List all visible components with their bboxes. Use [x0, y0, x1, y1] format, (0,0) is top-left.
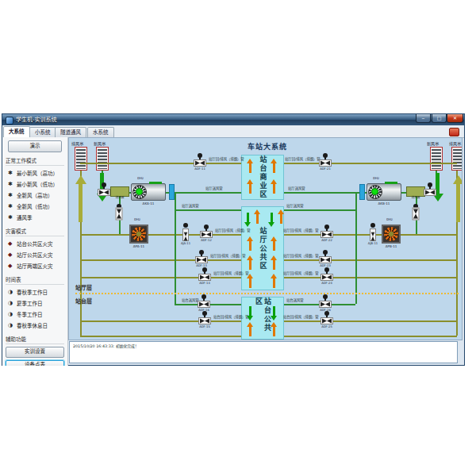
damper-tag: ADF-14 — [198, 282, 213, 285]
sidebar-item-platform-fire[interactable]: ◆站台公共区火灾 — [2, 238, 67, 249]
sidebar-item-label: 最小新风（低功） — [17, 180, 58, 188]
duct-line — [80, 259, 241, 261]
exhaust-shaft-louver — [75, 147, 87, 171]
training-setup-button[interactable]: 实训设置 — [6, 347, 64, 358]
damper[interactable]: ADF-11 — [194, 153, 206, 174]
return-fan[interactable] — [129, 225, 148, 244]
sidebar-item-spring-autumn-workday[interactable]: ◑春秋季工作日 — [2, 286, 67, 298]
damper-tag: ADF-22 — [320, 239, 335, 242]
duct-label: 站厅送风管 — [205, 186, 223, 190]
butterfly-damper[interactable]: AJB-11 — [369, 223, 377, 247]
sidebar-item-label: 站厅两端区火灾 — [17, 262, 53, 270]
duct-label: 站厅送风管 — [288, 186, 305, 190]
device-point-table-button[interactable]: 设备点表 — [6, 360, 64, 366]
damper[interactable]: ADF-21 — [319, 153, 332, 174]
tab-tunnel-vent[interactable]: 隧道通风 — [55, 127, 86, 138]
mimic-canvas: 车站大系统 排风亭 新风亭 新风亭 排风亭 — [68, 137, 463, 340]
maximize-button[interactable]: □ — [432, 114, 447, 123]
flow-arrow — [268, 213, 275, 222]
fan-icon: ✱ — [8, 193, 14, 198]
tab-small-system[interactable]: 小系统 — [29, 127, 56, 138]
filter[interactable] — [359, 184, 365, 200]
flow-arrow — [271, 260, 278, 270]
damper-tag: AJA-11 — [178, 242, 194, 245]
axial-fan[interactable] — [131, 183, 166, 201]
duct-label: 站台送风管 — [182, 298, 199, 301]
duct-label: 站台回/排风（排烟）管 — [283, 315, 319, 318]
damper-tag: ADF-24 — [320, 282, 335, 285]
duct-line — [80, 321, 241, 322]
demo-button[interactable]: 演示 — [8, 140, 62, 152]
duct-line — [80, 336, 241, 337]
damper[interactable] — [98, 182, 110, 203]
window-title: 学生机-实训系统 — [16, 114, 57, 125]
right-exhaust-shaft-label: 排风亭 — [449, 140, 461, 147]
fan-hub — [136, 232, 141, 236]
damper[interactable]: ADF-22 — [321, 225, 333, 245]
flow-arrow — [271, 306, 278, 316]
clock-icon: ◑ — [8, 312, 14, 317]
duct-label: 站厅回/排风（排烟）管 — [283, 271, 319, 274]
sidebar-item-summer-workday[interactable]: ◑夏季工作日 — [2, 298, 67, 309]
return-fan[interactable] — [382, 225, 401, 244]
section-header-schedule: 时间表 — [6, 275, 64, 285]
sidebar-item-spring-autumn-restday[interactable]: ◑春秋季休息日 — [2, 320, 67, 331]
sidebar-item-all-fresh-high[interactable]: ✱全新风（高功） — [2, 190, 67, 201]
minimize-button[interactable]: ‒ — [416, 114, 431, 123]
left-exhaust-shaft-label: 排风亭 — [71, 140, 83, 147]
damper-tag: ADF-25 — [320, 325, 335, 328]
damper[interactable]: ADF-15 — [198, 311, 211, 332]
section-header-aux: 辅助功能 — [6, 335, 64, 344]
sidebar-item-hall-fire[interactable]: ◆站厅公共区火灾 — [2, 249, 67, 260]
duct-label: 站厅回/排风（排烟）管 — [283, 254, 319, 257]
close-button[interactable]: ✕ — [447, 114, 463, 123]
duct-line — [284, 336, 457, 337]
sidebar-item-label: 最小新风（高功） — [17, 169, 58, 177]
sidebar-item-all-fresh-low[interactable]: ✱全新风（低功） — [2, 201, 67, 212]
sidebar-item-hall-ends-fire[interactable]: ◆站厅两端区火灾 — [2, 260, 67, 271]
clock-icon: ◑ — [8, 290, 14, 295]
fan-hub — [389, 232, 393, 236]
sidebar-item-label: 冬季工作日 — [17, 310, 43, 318]
title-bar[interactable]: 学生机-实训系统 ‒ □ ✕ — [2, 114, 464, 125]
sidebar-item-min-fresh-low[interactable]: ✱最小新风（低功） — [2, 178, 67, 190]
axial-fan[interactable] — [367, 183, 401, 201]
alarm-icon[interactable] — [449, 128, 459, 136]
muffler[interactable]: 消声器 — [406, 186, 425, 197]
butterfly-damper[interactable]: AJA-11 — [182, 223, 190, 247]
damper[interactable] — [113, 204, 125, 225]
sidebar-item-vent-season[interactable]: ✱通风季 — [2, 212, 67, 223]
duct-label: 站厅送风管 — [286, 204, 304, 207]
duct-line — [284, 259, 457, 261]
zone-label: 站厅公共区 — [259, 227, 267, 271]
damper[interactable]: ADF-24 — [321, 267, 333, 288]
flow-arrow — [247, 306, 254, 316]
duct-label: 站厅回/排风（排烟）管 — [283, 228, 319, 232]
damper[interactable] — [409, 204, 422, 225]
app-window: 学生机-实训系统 ‒ □ ✕ 大系统 小系统 隧道通风 水系统 演示 正常工作模… — [2, 113, 465, 366]
fire-icon: ◆ — [8, 263, 14, 269]
damper[interactable]: ADF-25 — [321, 311, 333, 332]
sidebar-item-min-fresh-high[interactable]: ✱最小新风（高功） — [2, 167, 67, 178]
sidebar-item-winter-workday[interactable]: ◑冬季工作日 — [2, 309, 67, 320]
damper[interactable]: ADF-14 — [198, 267, 211, 288]
muffler[interactable]: 消声器 — [110, 186, 129, 197]
fan-stripe — [149, 182, 162, 184]
flow-arrow — [244, 213, 251, 222]
damper-tag: ADF-15 — [198, 325, 213, 328]
damper[interactable]: ADF-12 — [200, 225, 213, 245]
fan-tag: AKA-11 — [137, 202, 159, 205]
canvas-title: 车站大系统 — [224, 141, 311, 152]
filter[interactable] — [169, 184, 175, 200]
tab-water-system[interactable]: 水系统 — [87, 127, 114, 138]
fresh-shaft-louver — [430, 147, 443, 171]
fan-hub — [371, 188, 378, 195]
flow-arrow — [247, 278, 254, 288]
level-divider — [75, 293, 459, 294]
sidebar-item-label: 全新风（高功） — [17, 191, 53, 199]
fire-icon: ◆ — [8, 252, 14, 258]
damper[interactable] — [424, 182, 436, 203]
flow-arrow — [271, 278, 278, 288]
tab-big-system[interactable]: 大系统 — [3, 126, 30, 138]
duct-line — [284, 321, 457, 322]
